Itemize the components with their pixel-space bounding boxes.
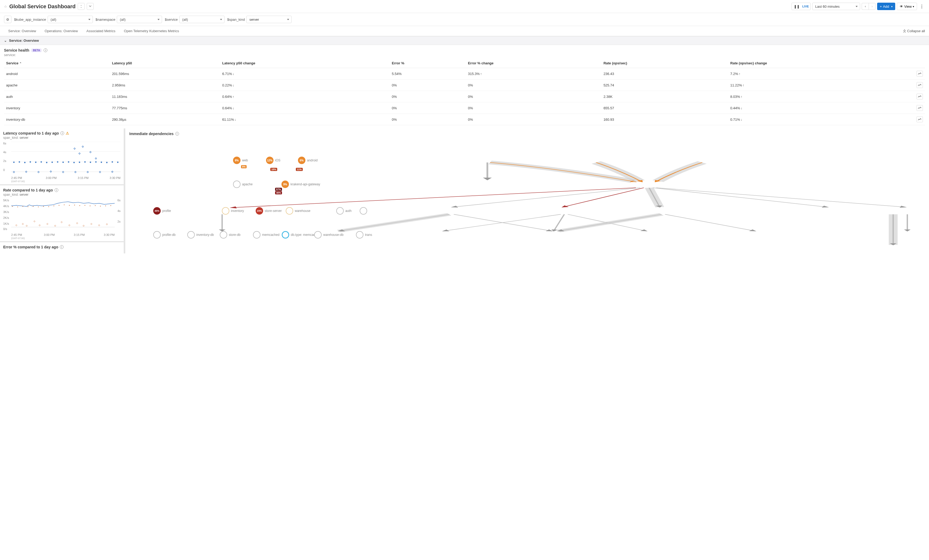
- rate-chart[interactable]: 5K/s 4K/s 3K/s 2K/s 1K/s 0/s 6s 4s 2s: [3, 199, 121, 239]
- pause-icon[interactable]: ❚❚: [792, 5, 801, 9]
- filter-label: $service: [165, 18, 178, 21]
- edge-label: 57%: [275, 188, 282, 191]
- table-row[interactable]: inventory-db290.38µs61.11%↓0%0%160.930.7…: [4, 114, 925, 125]
- col-service[interactable]: Service⌃: [4, 58, 110, 68]
- svg-marker-61: [26, 225, 28, 226]
- svg-marker-24: [13, 171, 15, 173]
- info-icon[interactable]: i: [55, 188, 58, 192]
- node-gateway[interactable]: 9%krakend-api-gateway: [282, 181, 320, 188]
- filter-kube-app-instance[interactable]: (all): [48, 16, 93, 23]
- service-health-panel: Service health BETA i service: Service⌃ …: [0, 45, 929, 129]
- info-icon[interactable]: i: [60, 132, 64, 135]
- table-row[interactable]: android201.596ms6.71%↓5.54%315.3%↑236.43…: [4, 68, 925, 80]
- cell-error: 5.54%: [390, 68, 466, 80]
- svg-point-46: [48, 207, 49, 207]
- svg-point-22: [112, 161, 113, 162]
- next-icon[interactable]: ›: [869, 3, 875, 10]
- dependency-graph[interactable]: 8%web 12%iOS 6%android 8% 18% 11% apache…: [129, 139, 925, 250]
- node-trans[interactable]: trans: [356, 231, 372, 239]
- chart-icon[interactable]: [917, 105, 923, 111]
- chevron-down-icon[interactable]: [87, 3, 94, 10]
- node-inventory[interactable]: inventory: [222, 207, 244, 214]
- node-profile-db[interactable]: profile-db: [153, 231, 176, 239]
- table-row[interactable]: auth11.183ms0.64%↑0%0%2.38K8.03%↑: [4, 91, 925, 103]
- node-apache[interactable]: apache: [233, 181, 253, 188]
- info-icon[interactable]: i: [175, 132, 179, 136]
- tab-otel-k8s-metrics[interactable]: Open Telemetry Kubernetes Metrics: [120, 26, 183, 36]
- star-icon[interactable]: ☆: [4, 5, 7, 9]
- filter-label: $kube_app_instance: [14, 18, 46, 21]
- table-row[interactable]: apache2.959ms0.22%↓0%0%525.7411.22%↑: [4, 80, 925, 91]
- col-latency-p50[interactable]: Latency p50: [110, 58, 220, 68]
- node-warehouse-db[interactable]: warehouse-db: [314, 231, 343, 239]
- col-rate-change[interactable]: Rate (ops/sec) change: [728, 58, 914, 68]
- view-button[interactable]: 👁 View ▾: [897, 3, 917, 10]
- svg-marker-63: [39, 225, 40, 226]
- col-error[interactable]: Error %: [390, 58, 466, 68]
- cell-latency-change: 0.64%↑: [220, 91, 390, 103]
- cell-latency-change: 6.71%↓: [220, 68, 390, 80]
- kebab-icon[interactable]: ⋮: [918, 4, 925, 9]
- node-extra[interactable]: [360, 207, 367, 214]
- chart-icon[interactable]: [917, 93, 923, 99]
- filter-span-kind[interactable]: server: [246, 16, 291, 23]
- svg-point-6: [24, 162, 26, 163]
- chart-icon[interactable]: [917, 82, 923, 88]
- svg-marker-67: [69, 225, 70, 226]
- add-button[interactable]: + Add ▾: [877, 3, 895, 10]
- tab-operations-overview[interactable]: Operations: Overview: [40, 26, 82, 36]
- node-store-server[interactable]: 23%store-server: [256, 207, 282, 214]
- tab-service-overview[interactable]: Service: Overview: [4, 26, 40, 36]
- collapse-all-button[interactable]: Collapse all: [903, 29, 925, 33]
- node-memcache-type[interactable]: db.type: memcach...: [282, 231, 319, 239]
- svg-point-21: [106, 162, 107, 163]
- latency-chart[interactable]: 6s 4s 2s 0 2:45 PM(GMT-07: [3, 142, 121, 182]
- col-latency-change[interactable]: Latency p50 change: [220, 58, 390, 68]
- cell-service: inventory: [4, 103, 110, 114]
- error-panel-title: Error % compared to 1 day ago: [3, 245, 58, 249]
- tab-associated-metrics[interactable]: Associated Metrics: [82, 26, 120, 36]
- node-inventory-db[interactable]: inventory-db: [187, 231, 214, 239]
- svg-marker-65: [54, 225, 56, 226]
- node-web[interactable]: 8%web: [233, 157, 248, 164]
- node-memcached[interactable]: memcached: [253, 231, 279, 239]
- svg-point-12: [57, 161, 58, 162]
- cell-latency: 77.775ms: [110, 103, 220, 114]
- eye-icon: 👁: [900, 5, 903, 9]
- live-control[interactable]: ❚❚ LIVE: [791, 3, 811, 10]
- chart-icon[interactable]: [917, 116, 923, 122]
- section-header[interactable]: ⌄ Service: Overview: [0, 36, 929, 45]
- cell-rate-change: 11.22%↑: [728, 80, 914, 91]
- svg-marker-68: [77, 222, 78, 224]
- table-row[interactable]: inventory77.775ms0.64%↓0%0%655.570.44%↓: [4, 103, 925, 114]
- node-warehouse[interactable]: warehouse: [286, 207, 310, 214]
- gear-icon[interactable]: ⚙: [4, 16, 11, 23]
- node-android[interactable]: 6%android: [298, 157, 318, 164]
- svg-point-16: [79, 161, 80, 163]
- node-profile[interactable]: 45%profile: [153, 207, 171, 214]
- filter-namespace[interactable]: (all): [117, 16, 162, 23]
- filter-label: $span_kind: [227, 18, 245, 21]
- col-rate[interactable]: Rate (ops/sec): [601, 58, 728, 68]
- svg-point-13: [63, 161, 64, 163]
- filter-service[interactable]: (all): [179, 16, 225, 23]
- cell-latency: 290.38µs: [110, 114, 220, 125]
- node-auth[interactable]: auth: [336, 207, 351, 214]
- edge-label: 46%: [275, 191, 282, 194]
- view-label: View: [904, 5, 912, 9]
- svg-point-15: [74, 162, 75, 163]
- info-icon[interactable]: i: [60, 245, 64, 249]
- col-error-change[interactable]: Error % change: [466, 58, 601, 68]
- chart-icon[interactable]: [917, 71, 923, 77]
- node-ios[interactable]: 12%iOS: [266, 157, 281, 164]
- svg-point-53: [84, 205, 86, 206]
- rate-panel-title: Rate compared to 1 day ago: [3, 188, 53, 192]
- info-icon[interactable]: i: [44, 48, 48, 52]
- sort-icon[interactable]: [78, 3, 84, 10]
- svg-point-17: [84, 161, 86, 162]
- node-store-db[interactable]: store-db: [220, 231, 241, 239]
- svg-marker-64: [46, 223, 48, 225]
- svg-marker-32: [87, 171, 89, 173]
- prev-icon[interactable]: ‹: [862, 3, 869, 10]
- timerange-select[interactable]: Last 60 minutes: [812, 3, 860, 10]
